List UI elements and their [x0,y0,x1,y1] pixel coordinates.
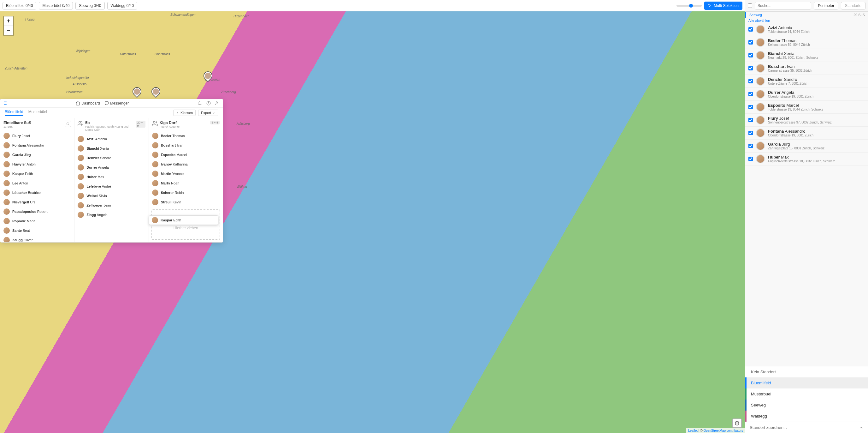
group-icon [78,121,83,126]
assign-musterbuel[interactable]: Musterbuel [745,388,868,400]
section-header: Seeweg 29 SuS [745,12,868,18]
student-checkbox[interactable] [748,27,753,32]
list-item[interactable]: Sante Beat [0,226,74,235]
student-pin[interactable] [131,85,143,98]
deselect-all-link[interactable]: Alle abwählen [745,18,868,23]
tab-bluemlifeld[interactable]: Blüemlifeld [5,110,23,116]
zoom-out-button[interactable]: − [4,26,13,35]
student-checkbox[interactable] [748,79,753,83]
student-checkbox[interactable] [748,118,753,122]
student-row[interactable]: Flury JosefSonnenbergstrasse 37, 8032 Zü… [745,114,868,127]
list-item[interactable]: Bosshart Ivan [149,141,223,150]
list-item[interactable]: Fontana Alessandro [0,141,74,150]
list-item[interactable]: Lefebvre André [74,182,148,191]
zoom-control: + − [3,16,14,36]
avatar [3,180,10,186]
student-row[interactable]: Durrer AngelaOberdorfstrasse 19, 8001 Zü… [745,88,868,101]
assign-bluemlifeld[interactable]: Bluemlifeld [745,377,868,388]
help-icon[interactable] [206,101,211,106]
list-item[interactable]: Garcia Jürg [0,150,74,160]
student-row[interactable]: Azizi AntoniaToblerstrasse 14, 8044 Züri… [745,23,868,36]
list-item[interactable]: Lötscher Beatrice [0,188,74,197]
list-item[interactable]: Beeler Thomas [149,131,223,141]
osm-link[interactable]: OpenStreetMap contributors [703,429,743,432]
avatar [756,142,765,150]
export-button[interactable]: Export [198,110,218,116]
avatar [3,199,10,205]
drag-chip[interactable]: Kaspar Edith [149,215,218,225]
klassen-button[interactable]: Klassen [173,110,196,116]
col-search-button[interactable] [65,121,71,127]
student-checkbox[interactable] [748,131,753,135]
assign-seeweg[interactable]: Seeweg [745,400,868,411]
list-item[interactable]: Durrer Angela [74,163,148,172]
assign-footer[interactable]: Standort zuordnen... [745,422,868,433]
tab-musterbuel[interactable]: Musterbüel [28,110,47,116]
list-item[interactable]: Lee Anton [0,178,74,188]
chip-musterbuel[interactable]: Musterbüel 0/40 [39,2,73,9]
list-item[interactable]: Azizi Antonia [74,134,148,144]
list-item[interactable]: Zingg Angela [74,210,148,220]
student-checkbox[interactable] [748,105,753,109]
list-item[interactable]: Denzler Sandro [74,153,148,163]
avatar [756,77,765,86]
student-row[interactable]: Bianchi XeniaNeumarkt 29, 8001 Zürich, S… [745,49,868,62]
student-checkbox[interactable] [748,157,753,161]
list-item[interactable]: Kaspar Edith [0,169,74,178]
list-item[interactable]: Bianchi Xenia [74,144,148,153]
chip-waldegg[interactable]: Waldegg 0/40 [107,2,137,9]
student-checkbox[interactable] [748,53,753,57]
list-item[interactable]: Martin Yvonne [149,169,223,178]
col-5b: 5b Patrick Aegerter, Noah Huang und Marc… [74,118,149,242]
nav-messenger[interactable]: Messenger [104,101,129,106]
nav-dashboard[interactable]: Dashboard [76,101,100,106]
col-einteilbare: Einteilbare SuS 13 SuS Flury JosefFontan… [0,118,74,242]
standorte-button[interactable]: Standorte [841,2,866,9]
avatar [3,237,10,242]
leaflet-link[interactable]: Leaflet [688,429,698,432]
list-item[interactable]: Zaugg Oliver [0,235,74,242]
list-item[interactable]: Papadopoulos Robert [0,207,74,216]
layers-button[interactable] [732,418,742,428]
chip-bluemlifeld[interactable]: Blüemlifeld 0/40 [2,2,36,9]
student-checkbox[interactable] [748,66,753,70]
list-item[interactable]: Weibel Silvia [74,191,148,201]
student-checkbox[interactable] [748,144,753,148]
list-item[interactable]: Esposito Marcel [149,150,223,160]
student-row[interactable]: Garcia JürgZähringerplatz 15, 8001 Züric… [745,140,868,152]
list-item[interactable]: Zellweger Jean [74,201,148,210]
student-checkbox[interactable] [748,92,753,96]
list-item[interactable]: Nievergelt Urs [0,197,74,207]
list-item[interactable]: Marty Noah [149,178,223,188]
student-row[interactable]: Esposito MarcelToblerstrasse 19, 8044 Zü… [745,101,868,114]
list-item[interactable]: Streuli Kevin [149,197,223,207]
hamburger-icon[interactable]: ☰ [3,101,7,106]
perimeter-button[interactable]: Perimeter [814,2,838,9]
sidebar-top: Perimeter Standorte [745,0,868,12]
list-item[interactable]: Popovic Maria [0,216,74,226]
student-row[interactable]: Bosshart IvanCarmenstrasse 35, 8032 Züri… [745,62,868,75]
student-row[interactable]: Fontana AlessandroOberdorfstrasse 19, 80… [745,127,868,140]
list-item[interactable]: Huwyler Anton [0,160,74,169]
list-item[interactable]: Scherer Robin [149,188,223,197]
student-checkbox[interactable] [748,40,753,45]
list-item[interactable]: Flury Josef [0,131,74,141]
add-user-icon[interactable] [215,101,220,106]
assign-waldegg[interactable]: Waldegg [745,411,868,422]
assign-none[interactable]: Kein Standort [745,366,868,377]
list-item[interactable]: Huber Max [74,172,148,182]
zoom-in-button[interactable]: + [4,17,13,26]
select-all-checkbox[interactable] [748,3,752,8]
opacity-slider[interactable] [677,5,702,7]
chevron-right-icon [212,111,216,114]
chevron-up-icon [859,426,864,430]
student-row[interactable]: Huber MaxEnglischviertelstrasse 18, 8032… [745,152,868,166]
multi-select-button[interactable]: Multi-Selektion [704,2,742,10]
list-item[interactable]: Ivanov Katharina [149,160,223,169]
search-icon[interactable] [197,101,202,106]
student-row[interactable]: Denzler SandroUntere Zäune 7, 8001 Züric… [745,75,868,88]
chip-seeweg[interactable]: Seeweg 0/40 [75,2,104,9]
student-row[interactable]: Beeler ThomasKeltenstrasse 52, 8044 Züri… [745,36,868,49]
student-pin[interactable] [150,85,162,98]
search-input[interactable] [755,2,811,9]
